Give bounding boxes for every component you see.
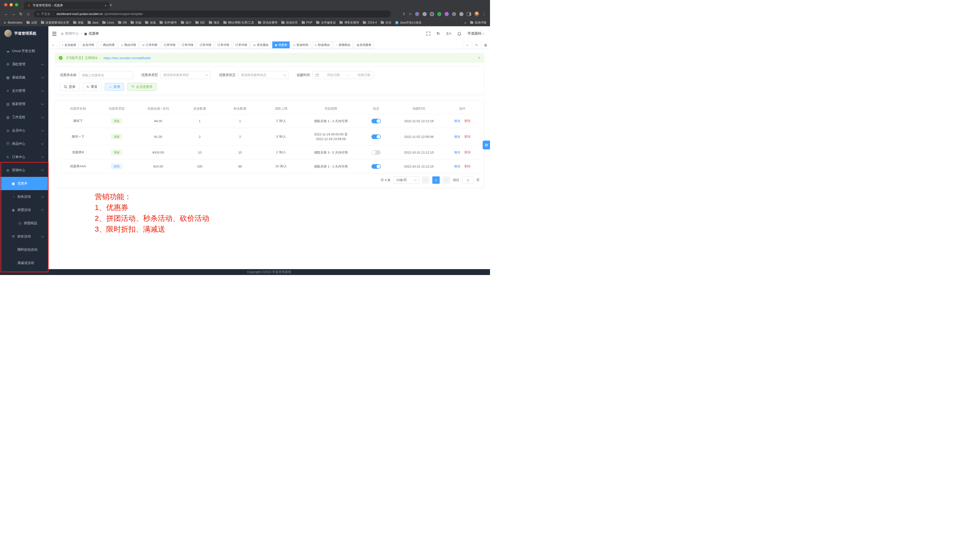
delete-link[interactable]: 删除 (464, 164, 471, 168)
browser-tab[interactable]: V 芋道管理系统 - 优惠券 × (24, 2, 110, 10)
notification-bell-icon[interactable] (457, 32, 461, 36)
profile-avatar[interactable] (474, 11, 479, 16)
bookmark-folder[interactable]: 近期需要读的文章 (41, 21, 69, 25)
banner-link[interactable]: https://doc.iocoder.cn/mall/build/ (103, 56, 151, 60)
banner-close-icon[interactable]: × (478, 56, 480, 60)
page-size-select[interactable]: 10条/页 (393, 176, 419, 184)
browser-menu-icon[interactable]: ⋮ (482, 12, 486, 16)
sidebar-item-group-product[interactable]: ◷拼团商品 (0, 217, 48, 230)
sidebar-item-bargain[interactable]: ⚒砍价活动 (0, 230, 48, 243)
sidebar-item-time-discount[interactable]: 限时折扣活动 (0, 243, 48, 256)
extension-icon[interactable] (437, 12, 441, 16)
bookmark-folder[interactable]: IDE (196, 21, 205, 24)
tag-member-coupon[interactable]: 会员优惠券 (354, 41, 374, 48)
status-toggle[interactable] (371, 164, 381, 169)
sidebar-item-report[interactable]: ▤报表管理 (0, 97, 48, 111)
next-page-button[interactable]: › (442, 176, 450, 184)
home-button[interactable]: ⌂ (25, 10, 32, 17)
reload-button[interactable]: ↻ (17, 10, 25, 17)
bookmark-folder[interactable]: PHP (302, 21, 312, 24)
bookmark-folder[interactable]: 运营 (27, 21, 37, 25)
coupon-type-select[interactable]: 请选择优惠券类型 (160, 71, 211, 79)
extension-icon[interactable] (445, 12, 449, 16)
tag-order-detail[interactable]: 订单详情 (233, 41, 250, 48)
extension-icon[interactable] (415, 12, 419, 16)
tag-member-detail[interactable]: 会员详情 (80, 41, 97, 48)
user-menu[interactable]: 芋道源码 (468, 32, 485, 36)
tab-close-icon[interactable]: × (105, 4, 107, 8)
bookmark-item[interactable]: ★Bookmarks (3, 21, 22, 25)
bookmark-item[interactable]: BJava开发|小组目 (395, 21, 422, 25)
bookmark-folder[interactable]: 文件服务器 (316, 21, 336, 25)
font-size-icon[interactable]: Tr (436, 32, 440, 36)
bookmark-folder[interactable]: 项目 (209, 21, 220, 25)
status-toggle[interactable] (371, 119, 381, 124)
tags-scroll-left-button[interactable]: « (48, 41, 57, 49)
tag-seckill-time[interactable]: ◎秒杀时段 (291, 41, 311, 48)
delete-link[interactable]: 删除 (464, 119, 471, 123)
bookmark-folder[interactable]: 网站/博客/文章/工具 (223, 21, 254, 25)
edit-link[interactable]: 修改 (454, 135, 460, 138)
coupon-status-select[interactable]: 请选择优惠券状态 (238, 71, 288, 79)
sidebar-item-full-reduction[interactable]: 满减送活动 (0, 256, 48, 269)
sidebar-item-member-center[interactable]: ◎会员中心 (0, 124, 48, 137)
sidebar-item-cloud-docs[interactable]: ☁Cloud 开发文档 (0, 44, 48, 58)
bookmark-folder[interactable]: 游戏 (145, 21, 156, 25)
sidebar-collapse-button[interactable] (52, 32, 56, 36)
tag-order-detail[interactable]: 订单详情 (197, 41, 214, 48)
side-panel-icon[interactable] (467, 12, 471, 16)
other-bookmarks-folder[interactable]: 其他书签 (470, 21, 487, 25)
extension-icon[interactable] (430, 12, 434, 16)
window-minimize-button[interactable] (10, 3, 13, 6)
bookmark-folder[interactable]: 软件/硬件 (159, 21, 177, 25)
bookmark-folder[interactable]: 博客未整理 (339, 21, 359, 25)
bookmark-folder[interactable]: 资讯未整理 (258, 21, 277, 25)
bookmark-folder[interactable]: Linux (102, 21, 114, 24)
search-button[interactable]: 搜索 (60, 83, 79, 91)
security-label[interactable]: 不安全 (41, 12, 51, 16)
bookmark-folder[interactable]: Java (88, 21, 99, 24)
share-icon[interactable]: ⇧ (402, 12, 406, 16)
bookmark-folder[interactable]: 生活 (381, 21, 391, 25)
bookmarks-overflow-chevron-icon[interactable]: » (465, 21, 466, 25)
sidebar-item-system[interactable]: ⚙系统管理 (0, 58, 48, 71)
edit-link[interactable]: 修改 (454, 164, 460, 168)
breadcrumb-coupon[interactable]: ▣优惠券 (84, 32, 99, 36)
tag-group-product[interactable]: ○拼团商品 (333, 41, 353, 48)
sidebar-item-coupon[interactable]: ▣优惠券 (0, 177, 48, 190)
fullscreen-icon[interactable] (426, 32, 430, 36)
extension-icon[interactable] (452, 12, 456, 16)
sidebar-item-marketing-center[interactable]: ⊞营销中心 (0, 163, 48, 177)
back-button[interactable]: ← (2, 10, 10, 17)
sidebar-item-seckill[interactable]: ◔秒杀活动 (0, 190, 48, 203)
status-toggle[interactable] (371, 150, 381, 155)
address-bar[interactable]: ⚠ 不安全 dashboard-vue3.yudao.iocoder.cn/pr… (33, 11, 391, 17)
date-range-picker[interactable]: 开始日期 – 结束日期 (312, 71, 373, 79)
tag-refund[interactable]: ▤售后退款 (251, 41, 271, 48)
new-tab-button[interactable]: + (108, 2, 114, 8)
sidebar-item-payment[interactable]: ¤支付管理 (0, 84, 48, 97)
tags-layout-button[interactable]: ▦ (481, 41, 490, 49)
tag-coupon-active[interactable]: ▣优惠券 (272, 41, 290, 48)
sidebar-item-group-buy[interactable]: ◉拼团活动 (0, 203, 48, 217)
bookmark-folder[interactable]: 其他语言 (282, 21, 298, 25)
prev-page-button[interactable]: ‹ (422, 176, 430, 184)
status-toggle[interactable] (371, 135, 381, 139)
bookmark-folder[interactable]: 2014-4 (363, 21, 377, 24)
tag-member-label[interactable]: ▯会员标签 (59, 41, 79, 48)
tag-product-list[interactable]: ○商品列表 (98, 41, 117, 48)
tag-order-detail[interactable]: 订单详情 (179, 41, 196, 48)
tags-refresh-button[interactable]: ↻ (472, 41, 481, 49)
extensions-puzzle-icon[interactable] (459, 12, 463, 16)
coupon-name-input[interactable] (79, 71, 133, 79)
tag-order-detail[interactable]: 订单详情 (161, 41, 178, 48)
tag-order-list[interactable]: ▤订单列表 (140, 41, 160, 48)
goto-page-input[interactable] (462, 176, 474, 184)
sidebar-item-workflow[interactable]: ▥工作流程 (0, 111, 48, 124)
extension-icon[interactable] (423, 12, 427, 16)
sidebar-item-infrastructure[interactable]: ▦基础设施 (0, 71, 48, 84)
language-icon[interactable]: 文A (446, 32, 451, 36)
add-coupon-button[interactable]: ＋ 新增 (105, 83, 124, 91)
breadcrumb-marketing[interactable]: ⊞营销中心 (61, 32, 79, 36)
tag-order-detail[interactable]: 订单详情 (215, 41, 232, 48)
